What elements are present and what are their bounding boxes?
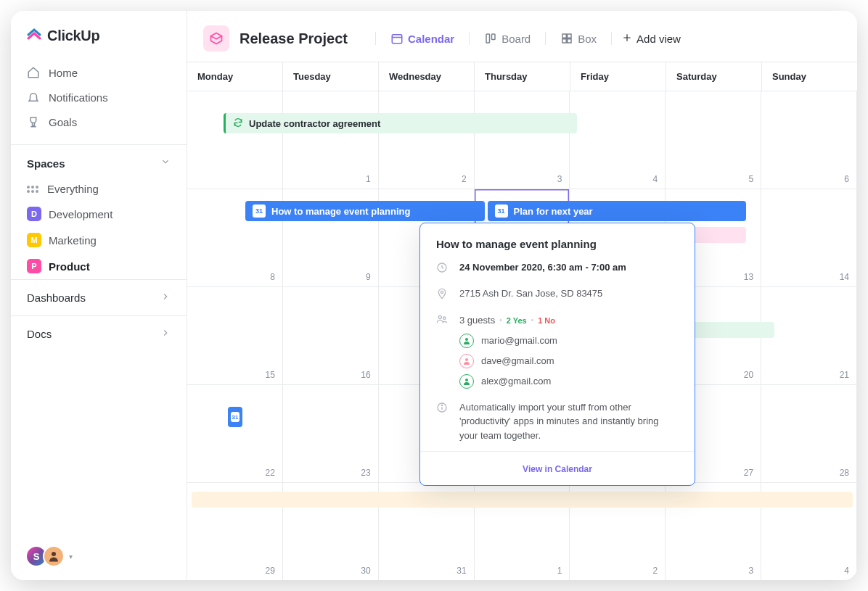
- date-number: 1: [366, 174, 371, 184]
- brand-logo[interactable]: ClickUp: [11, 11, 187, 57]
- day-header: Sunday: [762, 62, 857, 91]
- calendar-day-headers: Monday Tuesday Wednesday Thursday Friday…: [187, 62, 857, 91]
- calendar-cell[interactable]: 6: [761, 91, 857, 189]
- event-plan-next-year[interactable]: 31 Plan for next year: [488, 201, 746, 221]
- space-badge: P: [27, 259, 41, 273]
- plus-icon: [622, 33, 632, 45]
- date-number: 31: [456, 566, 466, 576]
- date-number: 5: [748, 174, 753, 184]
- divider: [545, 32, 546, 45]
- calendar-cell[interactable]: 2: [379, 91, 475, 189]
- svg-point-20: [441, 405, 442, 405]
- date-number: 16: [361, 370, 370, 380]
- project-title[interactable]: Release Project: [239, 30, 348, 47]
- calendar-cell[interactable]: 23: [283, 385, 379, 482]
- date-number: 4: [653, 174, 658, 184]
- event-cream-fullweek[interactable]: [192, 492, 853, 508]
- nav-goals[interactable]: Goals: [18, 109, 179, 134]
- date-number: 3: [557, 174, 562, 184]
- date-number: 3: [748, 566, 753, 576]
- svg-rect-4: [492, 34, 496, 40]
- date-number: 14: [840, 272, 849, 282]
- person-icon: [459, 374, 474, 389]
- guest-email: alex@gmail.com: [481, 376, 551, 387]
- space-product[interactable]: P Product: [20, 253, 178, 279]
- popover-note-row: Automatically import your stuff from oth…: [436, 400, 679, 443]
- date-number: 2: [653, 566, 658, 576]
- event-contractor-agreement[interactable]: Update contractor agreement: [224, 113, 577, 133]
- space-everything[interactable]: Everything: [20, 177, 178, 201]
- svg-point-15: [465, 338, 468, 341]
- calendar-icon: [390, 32, 404, 45]
- day-header: Wednesday: [379, 62, 475, 91]
- add-view-label: Add view: [636, 33, 681, 45]
- popover-guests-row: 3 guests • 2 Yes • 1 No: [436, 312, 679, 329]
- event-title: Plan for next year: [514, 206, 593, 217]
- chevron-right-icon: [160, 328, 171, 340]
- calendar-cell[interactable]: 4: [570, 91, 666, 189]
- popover-guest-list: mario@gmail.com dave@gmail.com alex@gmai…: [459, 331, 679, 392]
- avatar: [43, 545, 65, 567]
- day-header: Tuesday: [283, 62, 379, 91]
- day-header: Thursday: [475, 62, 570, 91]
- main: Release Project Calendar Board: [187, 11, 857, 580]
- add-view-button[interactable]: Add view: [622, 33, 681, 45]
- nav-docs[interactable]: Docs: [11, 315, 187, 352]
- calendar-cell[interactable]: [187, 91, 283, 189]
- event-badge-row4[interactable]: 31: [228, 407, 242, 427]
- tab-box[interactable]: Box: [556, 28, 601, 49]
- nav-label: Goals: [49, 116, 77, 128]
- nav-notifications[interactable]: Notifications: [18, 85, 179, 109]
- tab-calendar[interactable]: Calendar: [386, 28, 459, 49]
- box-icon: [560, 32, 573, 45]
- event-title: How to manage event planning: [271, 206, 410, 217]
- space-marketing[interactable]: M Marketing: [20, 227, 178, 253]
- calendar-cell[interactable]: 15: [187, 287, 283, 384]
- user-switcher[interactable]: S ▾: [11, 532, 187, 580]
- view-in-calendar-link[interactable]: View in Calendar: [523, 464, 592, 474]
- calendar-cell[interactable]: 28: [761, 385, 857, 482]
- svg-rect-8: [568, 39, 571, 43]
- date-number: 4: [844, 566, 849, 576]
- date-number: 8: [270, 272, 275, 282]
- date-number: 22: [266, 468, 275, 478]
- guest-item[interactable]: alex@gmail.com: [459, 371, 679, 392]
- board-icon: [484, 32, 497, 45]
- event-event-planning[interactable]: 31 How to manage event planning: [245, 201, 485, 221]
- nav-label: Home: [49, 67, 78, 79]
- guest-item[interactable]: mario@gmail.com: [459, 331, 679, 351]
- calendar-cell[interactable]: 21: [761, 287, 857, 384]
- calendar-cell[interactable]: 14: [761, 189, 857, 286]
- nav-dashboards[interactable]: Dashboards: [11, 279, 187, 315]
- tab-board[interactable]: Board: [480, 28, 535, 49]
- space-label: Product: [49, 260, 90, 273]
- calendar-cell[interactable]: 16: [283, 287, 379, 384]
- date-number: 15: [266, 370, 275, 380]
- people-icon: [436, 312, 449, 329]
- svg-rect-1: [392, 35, 402, 44]
- svg-rect-3: [486, 34, 490, 43]
- dot-separator: •: [499, 315, 502, 326]
- calendar-cell[interactable]: 1: [283, 91, 379, 189]
- nav-home[interactable]: Home: [18, 60, 179, 85]
- nav-label: Notifications: [49, 91, 108, 104]
- date-number: 6: [844, 174, 849, 184]
- brand-text: ClickUp: [47, 28, 99, 44]
- calendar-cell[interactable]: 5: [666, 91, 761, 189]
- info-icon: [436, 400, 449, 443]
- svg-rect-7: [562, 39, 566, 43]
- calendar-badge-icon: 31: [253, 204, 266, 218]
- day-header: Monday: [187, 62, 283, 91]
- guest-item[interactable]: dave@gmail.com: [459, 351, 679, 371]
- calendar-cell[interactable]: 3: [475, 91, 570, 189]
- clickup-icon: [25, 27, 43, 44]
- calendar-cell[interactable]: 22: [187, 385, 283, 482]
- grid-icon: [27, 186, 40, 193]
- space-development[interactable]: D Development: [20, 201, 178, 227]
- event-title: Update contractor agreement: [249, 118, 380, 129]
- pin-icon: [436, 286, 449, 304]
- svg-point-0: [52, 552, 56, 556]
- popover-datetime-row: 24 November 2020, 6:30 am - 7:00 am: [436, 260, 679, 278]
- spaces-header[interactable]: Spaces: [11, 144, 187, 177]
- svg-rect-5: [562, 34, 566, 38]
